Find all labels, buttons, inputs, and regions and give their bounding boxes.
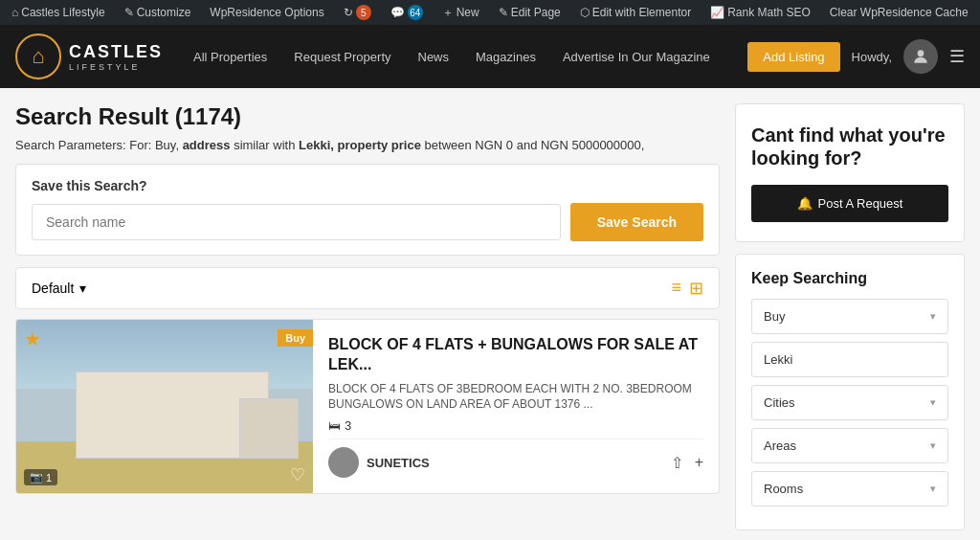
post-request-label: Post A Request (818, 196, 903, 211)
logo-icon: ⌂ (15, 34, 61, 79)
page-title: Search Result (1174) (15, 103, 720, 130)
brand-name: CASTLES (69, 42, 163, 62)
search-value1: Lekki, (299, 138, 334, 152)
admin-elementor[interactable]: ⬡ Edit with Elementor (576, 6, 695, 19)
save-search-label: Save this Search? (32, 178, 703, 193)
property-card: ★ Buy 📷 1 ♡ BLOCK OF 4 FLATS + BUNGALOWS… (15, 319, 720, 494)
admin-new-label: New (457, 6, 479, 19)
logo-text: CASTLES LIFESTYLE (69, 42, 163, 72)
results-column: Search Result (1174) Search Parameters: … (15, 103, 720, 525)
post-request-button[interactable]: 🔔 Post A Request (751, 185, 948, 222)
buy-label: Buy (764, 309, 785, 324)
rooms-dropdown[interactable]: Rooms ▾ (751, 471, 948, 506)
elementor-icon: ⬡ (580, 6, 590, 19)
bed-count: 3 (345, 418, 351, 433)
nav-magazines[interactable]: Magazines (464, 42, 547, 72)
add-listing-button[interactable]: Add Listing (747, 42, 839, 72)
nav-advertise[interactable]: Advertise In Our Magazine (551, 42, 722, 72)
chevron-down-icon: ▾ (79, 281, 86, 296)
admin-comments[interactable]: 💬 64 (387, 5, 427, 20)
admin-customize-label: Customize (137, 6, 191, 19)
user-icon (911, 47, 930, 66)
admin-clear-cache[interactable]: Clear WpResidence Cache (826, 6, 972, 19)
add-icon[interactable]: + (695, 454, 703, 471)
admin-wpresidence[interactable]: WpResidence Options (206, 6, 327, 19)
areas-label: Areas (764, 439, 796, 453)
admin-new[interactable]: ＋ New (438, 5, 483, 21)
property-image: ★ Buy 📷 1 ♡ (16, 320, 313, 493)
share-icon[interactable]: ⇧ (671, 454, 683, 472)
nav-request-property[interactable]: Request Property (282, 42, 402, 72)
areas-dropdown[interactable]: Areas ▾ (751, 428, 948, 463)
property-beds: 🛏 3 (328, 418, 703, 433)
admin-bar-home[interactable]: ⌂ Castles Lifestyle (8, 6, 109, 19)
property-footer: SUNETICS ⇧ + (328, 439, 703, 478)
admin-edit-page[interactable]: ✎ Edit Page (495, 6, 565, 19)
search-field2: property price (338, 138, 421, 152)
save-search-row: Save Search (32, 203, 703, 241)
camera-icon: 📷 (30, 471, 43, 484)
admin-wpresidence-label: WpResidence Options (210, 6, 323, 19)
admin-updates[interactable]: ↻ 5 (340, 5, 375, 20)
plus-icon-admin: ＋ (442, 5, 454, 21)
city-search-input[interactable] (751, 342, 948, 377)
sort-select[interactable]: Default ▾ (32, 281, 86, 296)
admin-customize[interactable]: ✎ Customize (121, 6, 195, 19)
admin-edit-label: Edit Page (511, 6, 561, 19)
photo-count-badge: 📷 1 (24, 469, 57, 485)
wishlist-button[interactable]: ♡ (290, 464, 305, 485)
property-title[interactable]: BLOCK OF 4 FLATS + BUNGALOWS FOR SALE AT… (328, 335, 703, 375)
save-search-box: Save this Search? Save Search (15, 164, 720, 256)
home-icon: ⌂ (11, 6, 18, 19)
chevron-down-icon-buy: ▾ (930, 310, 936, 323)
chevron-down-icon-areas: ▾ (930, 439, 936, 452)
grid-view-icon[interactable]: ⊞ (689, 278, 703, 299)
rankmath-icon: 📈 (710, 6, 724, 19)
search-params: Search Parameters: For: Buy, address sim… (15, 138, 720, 152)
cities-dropdown[interactable]: Cities ▾ (751, 385, 948, 420)
search-field1: address (183, 138, 231, 152)
property-actions: ⇧ + (671, 454, 703, 472)
nav-all-properties[interactable]: All Properties (182, 42, 278, 72)
main-content: Search Result (1174) Search Parameters: … (0, 88, 980, 540)
house-icon: ⌂ (32, 44, 44, 69)
menu-icon[interactable]: ☰ (949, 46, 965, 67)
keep-searching-title: Keep Searching (751, 270, 948, 287)
search-connector1: similar with (234, 138, 299, 152)
user-avatar[interactable] (903, 39, 938, 74)
edit-pencil-icon: ✎ (499, 6, 508, 19)
admin-cache-label: Clear WpResidence Cache (830, 6, 969, 19)
photo-count: 1 (46, 472, 52, 484)
favorite-star-button[interactable]: ★ (24, 327, 41, 350)
list-view-icon[interactable]: ≡ (671, 278, 681, 299)
svg-point-0 (918, 50, 924, 56)
rooms-label: Rooms (764, 482, 803, 496)
nav-news[interactable]: News (407, 42, 461, 72)
agent-avatar (328, 447, 359, 478)
main-navigation: ⌂ CASTLES LIFESTYLE All Properties Reque… (0, 25, 980, 88)
sync-icon: ↻ (344, 6, 353, 19)
comments-badge: 64 (408, 5, 423, 20)
buy-dropdown[interactable]: Buy ▾ (751, 299, 948, 334)
comment-icon: 💬 (390, 6, 405, 19)
agent-info: SUNETICS (328, 447, 430, 478)
pencil-icon: ✎ (124, 6, 134, 19)
sort-label: Default (32, 281, 74, 296)
property-details: BLOCK OF 4 FLATS + BUNGALOWS FOR SALE AT… (313, 320, 719, 493)
view-toggle: ≡ ⊞ (671, 278, 703, 299)
search-name-input[interactable] (32, 204, 561, 240)
bed-icon: 🛏 (328, 418, 341, 433)
agent-name: SUNETICS (367, 456, 430, 470)
admin-rankmath[interactable]: 📈 Rank Math SEO (706, 6, 814, 19)
search-prefix: Search Parameters: For: (15, 138, 151, 152)
nav-links: All Properties Request Property News Mag… (182, 42, 747, 72)
admin-rankmath-label: Rank Math SEO (727, 6, 811, 19)
site-logo[interactable]: ⌂ CASTLES LIFESTYLE (15, 34, 163, 79)
save-search-button[interactable]: Save Search (570, 203, 703, 241)
sort-bar: Default ▾ ≡ ⊞ (15, 267, 720, 309)
admin-bar: ⌂ Castles Lifestyle ✎ Customize WpReside… (0, 0, 980, 25)
howdy-text: Howdy, (852, 50, 892, 64)
property-description: BLOCK OF 4 FLATS OF 3BEDROOM EACH WITH 2… (328, 381, 703, 414)
chevron-down-icon-cities: ▾ (930, 396, 936, 409)
cant-find-box: Cant find what you're looking for? 🔔 Pos… (735, 103, 965, 242)
